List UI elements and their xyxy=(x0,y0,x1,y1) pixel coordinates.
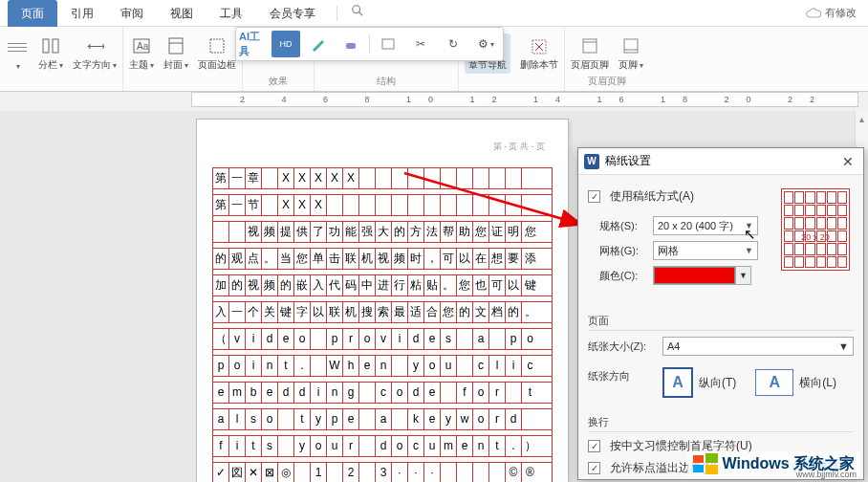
wrap-rule2-checkbox[interactable]: ✓ xyxy=(588,462,600,474)
grid-cell xyxy=(489,168,506,188)
grid-cell: c xyxy=(408,436,424,456)
grid-cell xyxy=(424,168,441,188)
orientation-portrait[interactable]: A 纵向(T) xyxy=(662,367,736,398)
grid-cell xyxy=(489,463,506,482)
grid-cell: ⊠ xyxy=(262,463,278,482)
vertical-scrollbar-up[interactable]: ▴ xyxy=(855,111,868,149)
horizontal-ruler[interactable]: 2 4 6 8 10 12 14 16 18 20 22 xyxy=(191,92,858,107)
grid-cell: e xyxy=(424,383,441,403)
cloud-status[interactable]: 有修改 xyxy=(806,6,868,20)
windows-logo-icon xyxy=(693,453,718,474)
tab-tools[interactable]: 工具 xyxy=(206,0,256,27)
text-direction-button[interactable]: ⟷ 文字方向▾ xyxy=(73,35,117,72)
theme-button[interactable]: Aa 主题▾ xyxy=(129,35,154,72)
float-btn-hd[interactable]: HD xyxy=(271,31,300,57)
grid-cell: 添 xyxy=(522,249,538,269)
grid-cell: 时 xyxy=(408,249,424,269)
grid-cell: 明 xyxy=(506,222,522,242)
float-btn-pen[interactable] xyxy=(304,31,333,57)
grid-cell: X xyxy=(278,195,294,215)
grid-cell: 您 xyxy=(473,222,489,242)
paper-size-select[interactable]: A4▼ xyxy=(662,337,854,356)
tab-view[interactable]: 视图 xyxy=(157,0,206,27)
cover-button[interactable]: 封面▾ xyxy=(163,35,188,72)
svg-rect-7 xyxy=(169,38,183,54)
tab-premium[interactable]: 会员专享 xyxy=(256,0,329,27)
grid-cell xyxy=(376,195,392,215)
grid-cell: · xyxy=(424,463,441,482)
ribbon-structure-label: 结构 xyxy=(377,75,396,88)
columns-button[interactable]: 分栏▾ xyxy=(38,35,63,72)
spec-select[interactable]: 20 x 20 (400 字)▼ xyxy=(653,216,758,235)
footer-button[interactable]: 页脚▾ xyxy=(618,35,643,72)
paper-size-value: A4 xyxy=(667,340,680,352)
grid-cell: 行 xyxy=(392,275,408,296)
float-btn-eraser[interactable] xyxy=(336,31,365,57)
orientation-landscape[interactable]: A 横向(L) xyxy=(755,367,836,398)
divider xyxy=(336,6,337,21)
grid-cell: y xyxy=(294,436,311,456)
delete-section-button[interactable]: 删除本节 xyxy=(520,35,558,72)
grid-cell: 2 xyxy=(343,463,359,482)
grid-select[interactable]: 网格▼ xyxy=(653,241,758,260)
grid-cell: o xyxy=(311,436,327,456)
grid-cell: 一 xyxy=(229,168,246,188)
enable-checkbox[interactable]: ✓ xyxy=(588,190,600,203)
grid-cell: 粘 xyxy=(408,275,424,296)
dialog-titlebar[interactable]: W 稿纸设置 ✕ xyxy=(578,148,863,175)
grid-cell: y xyxy=(441,409,457,429)
tab-review[interactable]: 审阅 xyxy=(107,0,157,27)
float-btn-text[interactable] xyxy=(374,31,402,57)
grid-cell: 节 xyxy=(246,195,262,215)
grid-row: also type a keyword xyxy=(213,409,552,430)
grid-row: 视频提供了功能强大的方法帮助您证明您 xyxy=(213,222,552,243)
header-footer-button[interactable]: 页眉页脚 xyxy=(571,35,609,72)
dialog-title: 稿纸设置 xyxy=(605,153,651,169)
search-button[interactable] xyxy=(345,0,370,27)
grid-cell: w xyxy=(457,409,473,429)
wrap-rule1-checkbox[interactable]: ✓ xyxy=(588,440,600,452)
dialog-close-button[interactable]: ✕ xyxy=(838,154,857,169)
section-page-title: 页面 xyxy=(588,314,854,331)
grid-cell: 进 xyxy=(376,275,392,296)
grid-cell: c xyxy=(522,356,538,376)
grid-cell: 频 xyxy=(262,222,278,242)
grid-cell: 可 xyxy=(489,275,506,296)
grid-row: 的观点。当您单击联机视频时，可以在想要添 xyxy=(213,249,552,270)
grid-cell: 您 xyxy=(441,302,457,322)
cloud-status-label: 有修改 xyxy=(825,6,857,20)
float-btn-rotate[interactable]: ↻ xyxy=(439,31,467,57)
grid-cell: 嵌 xyxy=(294,275,311,296)
float-btn-gear[interactable]: ⚙▾ xyxy=(471,31,500,57)
float-btn-crop[interactable]: ✂ xyxy=(406,31,435,57)
grid-cell xyxy=(473,463,489,482)
grid-cell: v xyxy=(376,329,392,349)
writing-grid[interactable]: 第一章 XXXXX第一节 XXX 视频提供了功能强大的方法帮助您证明您的观点。当… xyxy=(212,167,553,482)
tab-references[interactable]: 引用 xyxy=(57,0,107,27)
grid-row: 入一个关键字以联机搜索最适合您的文档的。 xyxy=(213,302,552,323)
grid-cell: t xyxy=(278,356,294,376)
grid-cell: e xyxy=(424,329,441,349)
color-select[interactable]: ▼ xyxy=(653,266,751,285)
grid-cell: 档 xyxy=(489,302,506,322)
grid-cell: d xyxy=(408,383,424,403)
grid-cell: n xyxy=(262,356,278,376)
grid-cell: X xyxy=(294,168,311,188)
footer-label: 页脚 xyxy=(618,59,638,70)
spec-label: 规格(S): xyxy=(599,219,647,233)
page-border-button[interactable]: 页面边框 xyxy=(198,35,236,72)
grid-cell: 大 xyxy=(376,222,392,242)
grid-cell: s xyxy=(246,409,262,429)
grid-cell: 供 xyxy=(294,222,311,242)
grid-cell: 个 xyxy=(246,302,262,322)
grid-cell xyxy=(392,409,408,429)
ai-tools-button[interactable]: AI工具 xyxy=(239,31,268,57)
grid-cell: 能 xyxy=(343,222,359,242)
ribbon-group-paragraph: ▾ 分栏▾ ⟷ 文字方向▾ xyxy=(0,27,123,91)
line-spacing-button[interactable]: ▾ xyxy=(6,37,29,71)
watermark-url: www.bjjmlv.com xyxy=(796,470,857,479)
grid-cell: 助 xyxy=(457,222,473,242)
grid-cell: 第 xyxy=(213,168,229,188)
tab-page[interactable]: 页面 xyxy=(8,0,57,27)
grid-cell xyxy=(392,168,408,188)
